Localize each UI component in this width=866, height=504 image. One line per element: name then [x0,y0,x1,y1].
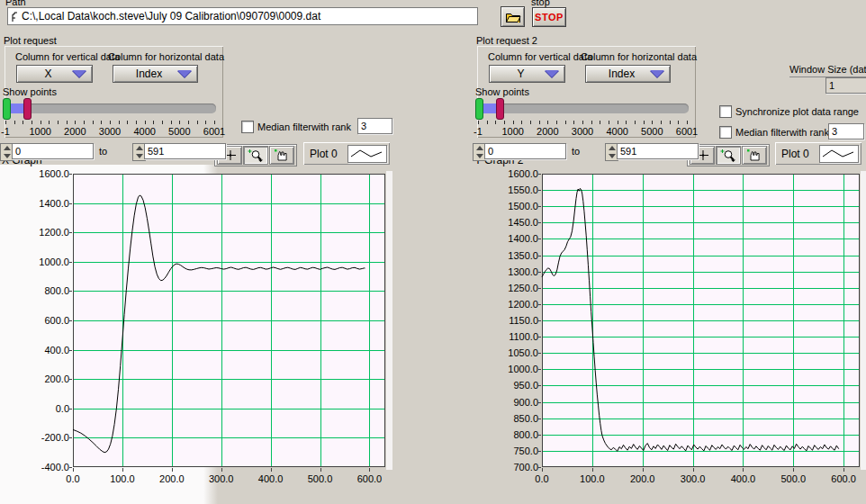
x-graph-plot[interactable]: -400.0-200.00.0200.0400.0600.0800.01000.… [0,166,396,501]
slider-tick [171,121,172,124]
slider-tick [626,121,627,124]
svg-text:-400.0: -400.0 [41,462,69,472]
to-label-1: to [99,146,107,157]
stop-button[interactable]: STOP [532,7,566,27]
from-field-1[interactable]: 0 [12,143,94,159]
slider-tick [573,121,574,124]
svg-text:1100.0: 1100.0 [509,331,538,342]
svg-text:800.0: 800.0 [513,429,538,440]
plot-legend-1[interactable]: Plot 0 [303,142,390,165]
slider-scale-label: 3000 [99,126,121,137]
median-rank-field-1[interactable]: 3 [357,118,392,134]
to-field-1[interactable]: 591 [144,143,226,159]
slider-tick [539,121,540,124]
zoom-tool-button[interactable] [716,146,741,165]
svg-text:500.0: 500.0 [308,473,333,484]
horizontal-data-label-2: Column for horizontal data [581,51,697,62]
to-field-2[interactable]: 591 [617,143,699,159]
slider-low-handle[interactable] [475,98,483,120]
vertical-data-dropdown-2[interactable]: Y [489,65,565,83]
slider-scale-label: 1000 [501,126,523,137]
path-input[interactable]: C:\,Local Data\koch.steve\July 09 Calibr… [7,7,478,25]
browse-button[interactable] [501,6,525,27]
svg-text:400.0: 400.0 [731,473,756,484]
slider-tick [504,121,505,124]
slider-scale-label: 4000 [133,126,155,137]
vertical-data-dropdown-1[interactable]: X [16,65,93,83]
slider-tick [145,121,146,124]
svg-text:600.0: 600.0 [831,473,856,484]
horizontal-data-value-1: Index [136,68,162,80]
slider-track[interactable] [5,104,216,113]
median-filter-label-2: Median filterwith rank [735,127,829,138]
slider-tick [127,121,128,124]
legend-line-sample-icon [347,145,387,163]
dropdown-arrow-icon [545,70,559,77]
legend-line-sample-icon [819,145,859,163]
svg-text:800.0: 800.0 [44,285,69,296]
vertical-data-label-1: Column for vertical data [15,51,120,62]
slider-tick [565,121,566,124]
svg-text:600.0: 600.0 [357,473,383,484]
slider-low-handle[interactable] [3,98,11,120]
open-folder-icon [505,11,521,22]
slider-tick [478,121,479,124]
median-filter-checkbox-2[interactable] [719,126,732,139]
dropdown-arrow-icon [177,70,192,77]
show-points-slider-1[interactable]: -1100020003000400050006001 [0,98,225,140]
svg-text:1000.0: 1000.0 [39,256,69,267]
svg-text:1150.0: 1150.0 [509,315,538,326]
svg-text:1400.0: 1400.0 [39,198,69,209]
slider-scale-label: 5000 [168,126,190,137]
graph-palette-2 [687,144,770,166]
slider-scale-label: -1 [474,126,483,137]
path-type-icon [11,11,19,22]
svg-text:1350.0: 1350.0 [508,250,538,261]
show-points-slider-2[interactable]: -1100020003000400050006001 [473,98,698,140]
slider-high-handle[interactable] [23,98,32,120]
slider-tick [487,121,488,124]
window-size-field[interactable]: 1 [825,77,866,94]
slider-tick [582,121,583,124]
show-points-label-1: Show points [3,86,57,97]
svg-text:1250.0: 1250.0 [508,283,538,293]
slider-track[interactable] [478,104,689,113]
horizontal-data-dropdown-1[interactable]: Index [113,65,198,83]
svg-text:100.0: 100.0 [580,473,605,484]
slider-scale-label: 4000 [606,126,627,137]
slider-scale-label: 2000 [537,126,558,137]
legend-label-1: Plot 0 [310,148,347,160]
slider-tick [521,121,522,124]
plot-canvas: -400.0-200.00.0200.0400.0600.0800.01000.… [0,166,396,501]
zoom-tool-button[interactable] [243,146,268,165]
hand-icon [745,148,763,162]
slider-tick [75,121,76,124]
slider-tick [591,121,592,124]
to-label-2: to [572,146,580,157]
slider-tick [162,121,163,124]
svg-text:700.0: 700.0 [513,462,538,472]
slider-tick [687,121,688,124]
synchronize-checkbox[interactable] [719,105,732,118]
pan-tool-button[interactable] [269,146,294,165]
slider-tick [547,121,548,124]
slider-tick [661,121,662,124]
from-field-2[interactable]: 0 [484,143,566,159]
pan-tool-button[interactable] [742,146,767,165]
slider-tick [136,121,137,124]
svg-text:400.0: 400.0 [258,473,284,484]
plot-legend-2[interactable]: Plot 0 [775,142,861,165]
y-graph-plot[interactable]: 700.0750.0800.0850.0900.0950.01000.01050… [473,166,866,501]
slider-tick [14,121,15,124]
median-rank-field-2[interactable]: 3 [828,123,864,140]
labview-front-panel: Path C:\,Local Data\koch.steve\July 09 C… [0,0,866,504]
slider-tick [197,121,198,124]
median-filter-checkbox-1[interactable] [241,121,254,133]
slider-high-handle[interactable] [496,98,504,120]
horizontal-data-dropdown-2[interactable]: Index [585,65,671,83]
slider-tick [188,121,189,124]
slider-tick [609,121,609,124]
stop-label: stop [531,0,550,7]
path-value: C:\,Local Data\koch.steve\July 09 Calibr… [22,10,320,22]
show-points-label-2: Show points [475,86,529,97]
